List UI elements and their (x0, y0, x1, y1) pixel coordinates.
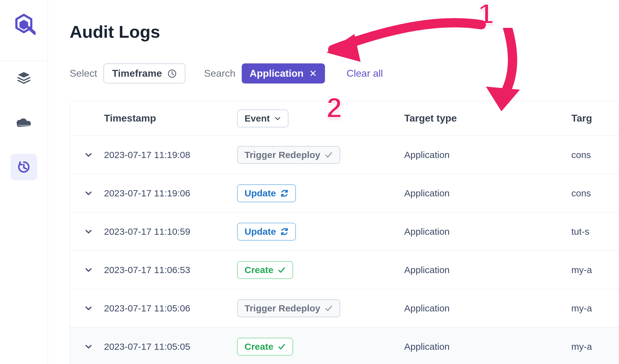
chevron-down-icon (84, 266, 93, 274)
main-content: Audit Logs Select Timeframe Search Appli… (48, 0, 619, 364)
clock-icon (167, 69, 177, 78)
cell-target-type: Application (404, 150, 571, 160)
audit-log-table: Timestamp Event Target type Targ 2023-07… (70, 101, 619, 364)
col-header-timestamp: Timestamp (104, 113, 237, 124)
filter-chip-label: Application (250, 68, 304, 79)
row-expand-toggle[interactable] (73, 304, 104, 312)
cell-timestamp: 2023-07-17 11:19:08 (104, 150, 237, 160)
sidebar-item-cloud[interactable] (11, 109, 37, 136)
event-icon (280, 189, 288, 197)
clear-all-link[interactable]: Clear all (347, 68, 383, 79)
event-badge: Trigger Redeploy (237, 146, 340, 164)
cell-timestamp: 2023-07-17 11:06:53 (104, 265, 237, 275)
chevron-down-icon (84, 151, 93, 159)
col-header-event-button[interactable]: Event (237, 109, 288, 127)
filter-bar: Select Timeframe Search Application ✕ Cl… (70, 63, 619, 84)
cell-target-type: Application (404, 265, 571, 275)
sidebar-item-audit-logs[interactable] (11, 154, 37, 180)
search-label: Search (204, 68, 235, 79)
col-header-target-type: Target type (404, 113, 571, 124)
row-expand-toggle[interactable] (73, 189, 104, 197)
cell-target: my-a (571, 265, 616, 275)
row-expand-toggle[interactable] (73, 343, 104, 351)
event-badge: Update (237, 223, 296, 241)
table-row: 2023-07-17 11:05:05 Create Application m… (70, 328, 619, 364)
event-icon (280, 228, 288, 236)
table-header-row: Timestamp Event Target type Targ (70, 101, 619, 136)
cell-timestamp: 2023-07-17 11:05:05 (104, 341, 237, 352)
table-row: 2023-07-17 11:05:06 Trigger Redeploy App… (70, 289, 619, 328)
event-badge: Create (237, 338, 293, 356)
table-row: 2023-07-17 11:19:08 Trigger Redeploy App… (70, 136, 619, 174)
cell-target-type: Application (404, 341, 571, 352)
table-row: 2023-07-17 11:10:59 Update Application t… (70, 212, 619, 251)
cell-target-type: Application (404, 303, 571, 314)
app-logo[interactable] (12, 12, 36, 36)
cell-target: tut-s (571, 226, 616, 237)
cell-target: cons (571, 150, 616, 160)
cell-target: my-a (571, 341, 616, 352)
page-title: Audit Logs (70, 22, 619, 42)
event-label: Trigger Redeploy (245, 303, 320, 314)
chevron-down-icon (274, 115, 281, 122)
row-expand-toggle[interactable] (73, 228, 104, 236)
sidebar-divider (0, 61, 48, 61)
event-label: Create (245, 341, 273, 352)
event-label: Trigger Redeploy (245, 150, 320, 160)
event-label: Update (245, 188, 276, 199)
cell-target: cons (571, 188, 616, 199)
event-badge: Trigger Redeploy (237, 299, 340, 317)
sidebar (0, 0, 48, 364)
event-icon (325, 151, 333, 159)
cell-target-type: Application (404, 226, 571, 237)
col-header-event-label: Event (245, 113, 270, 124)
cell-timestamp: 2023-07-17 11:19:06 (104, 188, 237, 199)
close-icon[interactable]: ✕ (309, 68, 317, 79)
event-badge: Create (237, 261, 293, 279)
timeframe-button[interactable]: Timeframe (103, 63, 185, 84)
table-row: 2023-07-17 11:19:06 Update Application c… (70, 174, 619, 212)
event-badge: Update (237, 184, 296, 202)
event-icon (325, 304, 333, 312)
filter-chip-application[interactable]: Application ✕ (242, 63, 325, 84)
event-label: Create (245, 265, 273, 275)
event-label: Update (245, 226, 276, 237)
col-header-target: Targ (571, 113, 616, 124)
cell-target: my-a (571, 303, 616, 314)
select-label: Select (70, 68, 97, 79)
table-row: 2023-07-17 11:06:53 Create Application m… (70, 251, 619, 289)
sidebar-item-layers[interactable] (11, 65, 37, 91)
timeframe-label: Timeframe (112, 68, 162, 79)
row-expand-toggle[interactable] (73, 266, 104, 274)
chevron-down-icon (84, 189, 93, 197)
event-icon (278, 343, 286, 351)
chevron-down-icon (84, 228, 93, 236)
cell-target-type: Application (404, 188, 571, 199)
chevron-down-icon (84, 304, 93, 312)
cell-timestamp: 2023-07-17 11:05:06 (104, 303, 237, 314)
cell-timestamp: 2023-07-17 11:10:59 (104, 226, 237, 237)
event-icon (278, 266, 286, 274)
svg-rect-0 (18, 125, 29, 126)
row-expand-toggle[interactable] (73, 151, 104, 159)
chevron-down-icon (84, 343, 93, 351)
